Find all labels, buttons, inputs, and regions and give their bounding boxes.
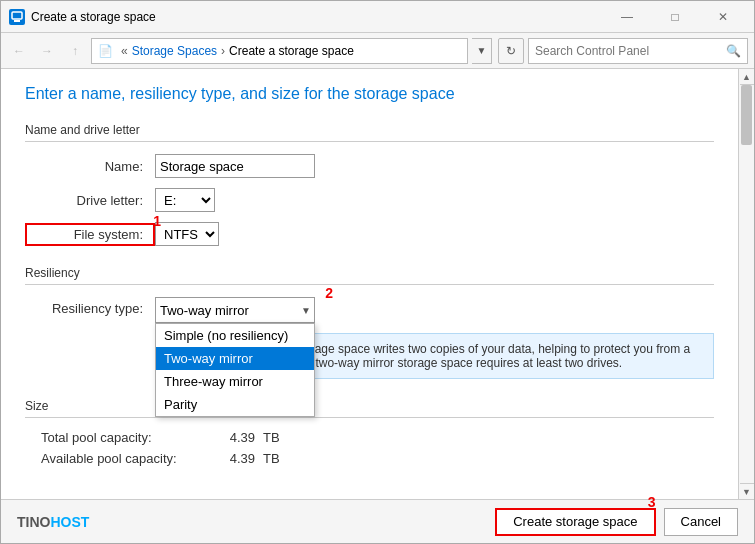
search-input[interactable]	[535, 44, 726, 58]
scrollbar[interactable]: ▲ ▼	[738, 69, 754, 499]
name-drive-section: Name and drive letter Name: Drive letter…	[25, 123, 714, 246]
cancel-button[interactable]: Cancel	[664, 508, 738, 536]
window-icon	[9, 9, 25, 25]
up-button[interactable]: ↑	[63, 39, 87, 63]
svg-rect-0	[12, 12, 22, 19]
scrollbar-thumb[interactable]	[741, 85, 752, 145]
address-bar: ← → ↑ 📄 « Storage Spaces › Create a stor…	[1, 33, 754, 69]
name-row: Name:	[25, 154, 714, 178]
title-bar: Create a storage space — □ ✕	[1, 1, 754, 33]
main-window: Create a storage space — □ ✕ ← → ↑ 📄 « S…	[0, 0, 755, 544]
window-title: Create a storage space	[31, 10, 604, 24]
breadcrumb-separator-1: «	[121, 44, 128, 58]
available-pool-row: Available pool capacity: 4.39 TB	[25, 451, 714, 466]
total-pool-row: Total pool capacity: 4.39 TB	[25, 430, 714, 445]
breadcrumb-bar: 📄 « Storage Spaces › Create a storage sp…	[91, 38, 468, 64]
address-dropdown[interactable]: ▼	[472, 38, 492, 64]
size-section: Size Total pool capacity: 4.39 TB Availa…	[25, 399, 714, 466]
scrollbar-track	[739, 85, 754, 483]
search-box: 🔍	[528, 38, 748, 64]
main-content: Enter a name, resiliency type, and size …	[1, 69, 738, 499]
annotation-2: 2	[325, 285, 333, 301]
resiliency-dropdown-container: Two-way mirror Simple (no resiliency) Th…	[155, 297, 315, 323]
resiliency-dropdown-menu: Simple (no resiliency) Two-way mirror Th…	[155, 323, 315, 417]
breadcrumb-link-storage-spaces[interactable]: Storage Spaces	[132, 44, 217, 58]
scrollbar-up-button[interactable]: ▲	[740, 69, 754, 85]
size-section-label: Size	[25, 399, 714, 418]
breadcrumb-separator-2: ›	[221, 44, 225, 58]
footer: TINOHOST 3 Create storage space Cancel	[1, 499, 754, 543]
total-pool-label: Total pool capacity:	[25, 430, 195, 445]
footer-brand: TINOHOST	[17, 514, 89, 530]
resiliency-section: Resiliency Resiliency type: Two-way mirr…	[25, 266, 714, 379]
scrollbar-down-button[interactable]: ▼	[740, 483, 754, 499]
total-pool-unit: TB	[263, 430, 303, 445]
drive-letter-select[interactable]: E: F: G:	[155, 188, 215, 212]
page-heading: Enter a name, resiliency type, and size …	[25, 85, 714, 103]
filesystem-select[interactable]: NTFS ReFS	[155, 222, 219, 246]
total-pool-value: 4.39	[195, 430, 255, 445]
footer-actions: 3 Create storage space Cancel	[495, 508, 738, 536]
dropdown-option-three-way[interactable]: Three-way mirror	[156, 370, 314, 393]
annotation-1: 1	[153, 213, 161, 229]
resiliency-section-label: Resiliency	[25, 266, 714, 285]
refresh-button[interactable]: ↻	[498, 38, 524, 64]
available-pool-unit: TB	[263, 451, 303, 466]
name-input[interactable]	[155, 154, 315, 178]
dropdown-option-parity[interactable]: Parity	[156, 393, 314, 416]
minimize-button[interactable]: —	[604, 2, 650, 32]
svg-rect-1	[14, 20, 20, 22]
breadcrumb-icon: 📄	[98, 44, 113, 58]
file-system-label: File system: 1	[25, 223, 155, 246]
available-pool-value: 4.39	[195, 451, 255, 466]
drive-letter-row: Drive letter: E: F: G:	[25, 188, 714, 212]
search-icon[interactable]: 🔍	[726, 44, 741, 58]
dropdown-option-two-way[interactable]: Two-way mirror	[156, 347, 314, 370]
drive-letter-label: Drive letter:	[25, 193, 155, 208]
resiliency-type-label: Resiliency type:	[25, 297, 155, 316]
brand-host-text: HOST	[50, 514, 89, 530]
available-pool-label: Available pool capacity:	[25, 451, 195, 466]
close-button[interactable]: ✕	[700, 2, 746, 32]
breadcrumb-current: Create a storage space	[229, 44, 354, 58]
content-area: Enter a name, resiliency type, and size …	[1, 69, 754, 499]
maximize-button[interactable]: □	[652, 2, 698, 32]
name-label: Name:	[25, 159, 155, 174]
resiliency-type-row: Resiliency type: Two-way mirror Simple (…	[25, 297, 714, 323]
name-drive-section-label: Name and drive letter	[25, 123, 714, 142]
forward-button[interactable]: →	[35, 39, 59, 63]
create-storage-space-button[interactable]: 3 Create storage space	[495, 508, 655, 536]
window-controls: — □ ✕	[604, 2, 746, 32]
file-system-row: File system: 1 NTFS ReFS	[25, 222, 714, 246]
brand-tino-text: TINO	[17, 514, 50, 530]
back-button[interactable]: ←	[7, 39, 31, 63]
resiliency-type-select[interactable]: Two-way mirror Simple (no resiliency) Th…	[155, 297, 315, 323]
annotation-3: 3	[648, 494, 656, 510]
dropdown-option-simple[interactable]: Simple (no resiliency)	[156, 324, 314, 347]
